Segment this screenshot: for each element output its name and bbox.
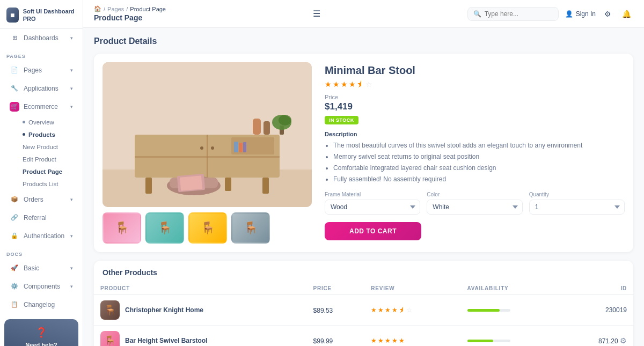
breadcrumb-current: Product Page: [130, 6, 166, 12]
main-area: 🏠 / Pages / Product Page Product Page ☰ …: [83, 0, 644, 346]
sidebar-item-edit-product[interactable]: Edit Product: [18, 153, 79, 165]
r-star-2-3: ★: [385, 337, 391, 344]
thumbnail-3[interactable]: 🪑: [188, 212, 227, 244]
sidebar-item-referral[interactable]: 🔗 Referral: [3, 209, 79, 226]
price-value: $1,419: [325, 101, 625, 112]
r-star-1-6: ☆: [406, 306, 412, 314]
thumbnail-1[interactable]: 🪑: [103, 212, 141, 244]
page-title: Product Page: [94, 13, 166, 22]
referral-icon: 🔗: [10, 213, 19, 223]
sidebar-item-basic[interactable]: 🚀 Basic ▾: [3, 260, 79, 277]
review-cell-2: ★ ★ ★ ★ ★: [364, 326, 460, 347]
r-star-2-5: ★: [399, 337, 405, 344]
svg-rect-23: [180, 175, 202, 190]
svg-rect-3: [145, 178, 152, 194]
frame-label: Frame Material: [325, 192, 420, 197]
breadcrumb: 🏠 / Pages / Product Page: [94, 5, 166, 12]
availability-bar-2: [467, 340, 510, 342]
r-star-1-4: ★: [392, 306, 398, 314]
gear-button[interactable]: ⚙: [620, 336, 627, 345]
price-cell-1: $89.53: [307, 295, 365, 326]
sidebar-item-new-product[interactable]: New Product: [18, 141, 79, 153]
color-group: Color White Black Brown: [427, 192, 522, 215]
product-details-title: Product Details: [94, 36, 633, 46]
product-name-1: Christopher Knight Home: [125, 306, 203, 314]
product-images: 🪑 🪑 🪑 🪑: [103, 62, 312, 244]
sidebar-item-overview[interactable]: Overview: [18, 116, 79, 128]
settings-button[interactable]: ⚙: [602, 8, 613, 20]
product-name: Minimal Bar Stool: [325, 64, 625, 77]
dashboards-label: Dashboards: [24, 34, 58, 42]
thumbnail-4[interactable]: 🪑: [231, 212, 270, 244]
overview-label: Overview: [28, 119, 54, 126]
sidebar-item-authentication[interactable]: 🔒 Authentication ▾: [3, 227, 79, 245]
sidebar-item-orders[interactable]: 📦 Orders ▾: [3, 191, 79, 208]
quantity-select[interactable]: 1 2 3: [529, 200, 625, 215]
desc-item-3: Comfortable integrated layered chair sea…: [333, 163, 625, 173]
svg-rect-13: [264, 121, 270, 135]
new-product-label: New Product: [23, 144, 58, 150]
r-star-1-3: ★: [385, 306, 391, 314]
availability-fill-1: [467, 309, 500, 312]
svg-rect-18: [239, 143, 243, 152]
other-products-card: Other Products PRODUCT PRICE REVIEW AVAI…: [94, 261, 633, 346]
availability-fill-2: [467, 340, 493, 342]
star-4: ★: [349, 80, 356, 89]
table-row: 🪑 Bar Height Swivel Barstool $99.99 ★ ★: [94, 326, 633, 347]
products-list-label: Products List: [23, 181, 58, 187]
sidebar-item-product-page[interactable]: Product Page: [18, 166, 79, 178]
search-icon: 🔍: [473, 10, 481, 18]
chevron-icon: ▾: [70, 284, 73, 289]
sidebar-item-ecommerce[interactable]: 🛒 Ecommerce ▾: [3, 98, 79, 115]
col-product: PRODUCT: [94, 282, 307, 295]
notifications-button[interactable]: 🔔: [620, 8, 633, 20]
pages-icon: 📄: [10, 65, 19, 75]
basic-icon: 🚀: [10, 263, 19, 273]
basic-label: Basic: [24, 264, 39, 272]
star-1: ★: [325, 80, 332, 89]
help-title: Need help?: [10, 342, 73, 346]
sidebar-logo: ■ Soft UI Dashboard PRO: [0, 0, 83, 29]
topbar-right: 🔍 👤 Sign In ⚙ 🔔: [467, 7, 633, 21]
thumb-icon-4: 🪑: [232, 214, 269, 242]
avail-cell-2: [461, 326, 560, 347]
sidebar-item-pages[interactable]: 📄 Pages ▾: [3, 62, 79, 79]
orders-label: Orders: [24, 196, 43, 203]
docs-section-label: DOCS: [0, 245, 83, 259]
frame-material-select[interactable]: Wood Metal Plastic: [325, 200, 420, 215]
sidebar-item-products-list[interactable]: Products List: [18, 178, 79, 190]
app-name: Soft UI Dashboard PRO: [23, 8, 76, 23]
logo-icon: ■: [6, 8, 19, 23]
product-page-label: Product Page: [23, 168, 62, 175]
sidebar-item-components[interactable]: ⚙️ Components ▾: [3, 278, 79, 295]
chevron-icon: ▾: [70, 35, 73, 41]
col-id: ID: [560, 282, 633, 295]
product-thumb-1: 🪑: [100, 300, 120, 320]
r-star-2-2: ★: [378, 337, 384, 344]
components-label: Components: [24, 283, 60, 290]
hamburger-button[interactable]: ☰: [311, 6, 323, 21]
applications-label: Applications: [24, 85, 58, 92]
sidebar-item-changelog[interactable]: 📋 Changelog: [3, 296, 79, 313]
ecommerce-label: Ecommerce: [24, 103, 58, 111]
col-price: PRICE: [307, 282, 365, 295]
sidebar-item-applications[interactable]: 🔧 Applications ▾: [3, 80, 79, 97]
signin-button[interactable]: 👤 Sign In: [565, 10, 596, 18]
sidebar-item-products[interactable]: Products: [18, 129, 79, 141]
dot-icon: [23, 133, 25, 136]
r-star-2-4: ★: [392, 337, 398, 344]
star-3: ★: [341, 80, 348, 89]
sidebar-item-dashboards[interactable]: ⊞ Dashboards ▾: [3, 30, 79, 47]
search-input[interactable]: [485, 10, 553, 18]
other-products-title: Other Products: [94, 261, 633, 282]
changelog-icon: 📋: [10, 300, 19, 310]
add-to-cart-button[interactable]: ADD TO CART: [325, 222, 421, 240]
topbar-left: 🏠 / Pages / Product Page Product Page: [94, 5, 166, 22]
color-label: Color: [427, 192, 522, 197]
main-product-image: [103, 62, 312, 207]
desc-item-2: Memory swivel seat returns to original s…: [333, 152, 625, 161]
topbar-center: ☰: [311, 6, 323, 21]
chevron-icon: ▾: [70, 266, 73, 271]
color-select[interactable]: White Black Brown: [427, 200, 522, 215]
thumbnail-2[interactable]: 🪑: [145, 212, 184, 244]
